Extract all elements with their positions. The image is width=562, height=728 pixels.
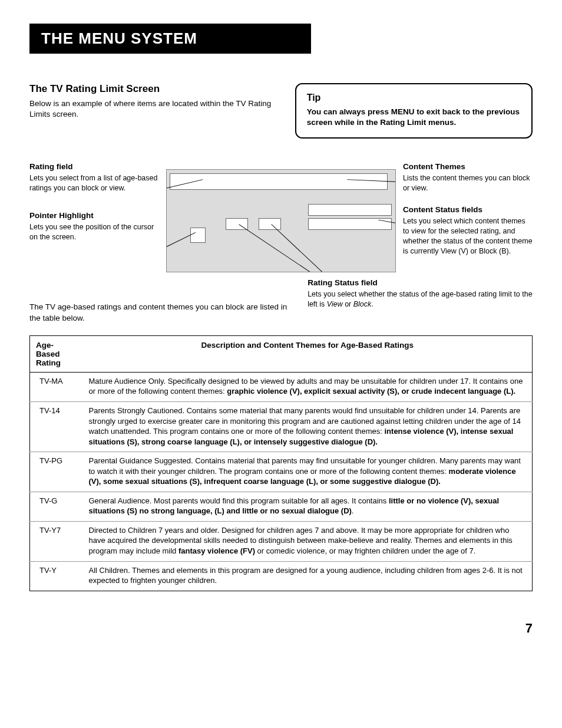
description-cell: Directed to Children 7 years and older. … [83, 521, 533, 561]
intro-row: The TV Rating Limit Screen Below is an e… [29, 83, 533, 139]
diagram-box-top [170, 173, 388, 190]
table-row: TV-PGParental Guidance Suggested. Contai… [30, 452, 533, 492]
pointer-highlight-body: Lets you see the position of the cursor … [29, 222, 159, 242]
rating-cell: TV-PG [30, 452, 83, 492]
page-number: 7 [29, 621, 533, 636]
content-themes-title: Content Themes [403, 162, 533, 171]
rating-status-suffix: . [371, 300, 373, 308]
description-cell: General Audience. Most parents would fin… [83, 492, 533, 521]
diagram-container [166, 162, 396, 272]
rating-cell: TV-14 [30, 401, 83, 452]
rating-field-title: Rating field [29, 162, 159, 171]
below-diagram-row: The TV age-based ratings and content the… [29, 278, 533, 323]
rating-status-callout: Rating Status field Lets you select whet… [308, 278, 533, 323]
pointer-highlight-title: Pointer Highlight [29, 211, 159, 220]
tip-heading: Tip [307, 93, 521, 103]
description-cell: Parental Guidance Suggested. Contains ma… [83, 452, 533, 492]
table-header-rating: Age-Based Rating [30, 335, 83, 372]
table-row: TV-14Parents Strongly Cautioned. Contain… [30, 401, 533, 452]
screen-diagram [166, 169, 396, 272]
rating-status-view: View [327, 300, 343, 308]
section-heading: The TV Rating Limit Screen [29, 83, 277, 95]
description-cell: Mature Audience Only. Specifically desig… [83, 372, 533, 401]
diagram-box-cursor [190, 228, 206, 243]
callouts-row: Rating field Lets you select from a list… [29, 162, 533, 272]
description-cell: All Children. Themes and elements in thi… [83, 561, 533, 591]
diagram-box-theme-1 [308, 204, 392, 216]
rating-status-title: Rating Status field [308, 278, 533, 287]
table-intro-text: The TV age-based ratings and content the… [29, 278, 290, 323]
diagram-box-mid-1 [226, 218, 248, 230]
rating-cell: TV-MA [30, 372, 83, 401]
rating-field-body: Lets you select from a list of age-based… [29, 173, 159, 193]
intro-left: The TV Rating Limit Screen Below is an e… [29, 83, 277, 139]
content-status-title: Content Status fields [403, 205, 533, 214]
table-row: TV-Y7Directed to Children 7 years and ol… [30, 521, 533, 561]
callouts-right: Content Themes Lists the content themes … [403, 162, 533, 272]
description-cell: Parents Strongly Cautioned. Contains som… [83, 401, 533, 452]
tip-body: You can always press MENU to exit back t… [307, 107, 521, 128]
rating-status-mid: or [343, 300, 353, 308]
rating-status-body: Lets you select whether the status of th… [308, 289, 533, 309]
svg-line-5 [239, 225, 338, 272]
table-header-desc: Description and Content Themes for Age-B… [83, 335, 533, 372]
rating-cell: TV-Y [30, 561, 83, 591]
rating-cell: TV-Y7 [30, 521, 83, 561]
tip-box: Tip You can always press MENU to exit ba… [295, 83, 533, 139]
rating-status-block: Block [353, 300, 372, 308]
table-row: TV-YAll Children. Themes and elements in… [30, 561, 533, 591]
diagram-box-theme-2 [308, 218, 392, 230]
content-themes-body: Lists the content themes you can block o… [403, 173, 533, 193]
section-intro-text: Below is an example of where items are l… [29, 98, 277, 120]
chapter-header: The Menu System [29, 24, 311, 54]
callouts-left: Rating field Lets you select from a list… [29, 162, 159, 272]
content-status-body: Lets you select which content themes to … [403, 216, 533, 256]
rating-cell: TV-G [30, 492, 83, 521]
ratings-table: Age-Based Rating Description and Content… [29, 335, 533, 591]
diagram-box-mid-2 [259, 218, 281, 230]
table-row: TV-GGeneral Audience. Most parents would… [30, 492, 533, 521]
table-row: TV-MAMature Audience Only. Specifically … [30, 372, 533, 401]
svg-line-4 [272, 225, 341, 272]
